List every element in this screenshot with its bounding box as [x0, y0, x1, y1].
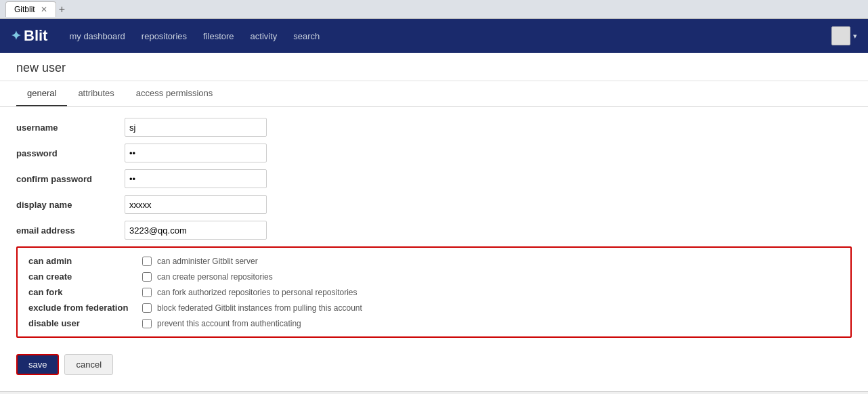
- display-name-input[interactable]: [125, 195, 267, 214]
- username-label: username: [16, 123, 125, 133]
- navbar: ✦ Blit my dashboard repositories filesto…: [0, 19, 868, 53]
- email-address-row: email address: [16, 221, 852, 240]
- save-button[interactable]: save: [16, 354, 59, 375]
- status-bar: Done: [0, 391, 868, 394]
- page-title: new user: [16, 61, 852, 75]
- nav-my-dashboard[interactable]: my dashboard: [69, 31, 125, 41]
- email-address-label: email address: [16, 225, 125, 236]
- browser-tab[interactable]: Gitblit ✕: [5, 1, 56, 17]
- tab-close-icon[interactable]: ✕: [41, 5, 47, 14]
- email-address-input[interactable]: [125, 221, 267, 240]
- perm-disable-user-row: disable user prevent this account from a…: [28, 318, 840, 328]
- perm-can-fork-desc: can fork authorized repositories to pers…: [157, 288, 357, 297]
- confirm-password-row: confirm password: [16, 169, 852, 188]
- tab-general[interactable]: general: [16, 81, 67, 106]
- perm-can-create-label: can create: [28, 271, 137, 282]
- perm-exclude-federation-row: exclude from federation block federated …: [28, 303, 840, 313]
- perm-can-create-row: can create can create personal repositor…: [28, 271, 840, 282]
- display-name-label: display name: [16, 200, 125, 210]
- username-row: username: [16, 118, 852, 137]
- perm-disable-user-checkbox[interactable]: [142, 319, 152, 328]
- brand-icon: ✦: [11, 28, 21, 43]
- cancel-button[interactable]: cancel: [64, 354, 113, 375]
- perm-can-fork-label: can fork: [28, 287, 137, 297]
- new-tab-button[interactable]: +: [59, 3, 65, 16]
- perm-can-fork-row: can fork can fork authorized repositorie…: [28, 287, 840, 297]
- password-row: password: [16, 144, 852, 162]
- nav-activity[interactable]: activity: [251, 31, 278, 41]
- confirm-password-input[interactable]: [125, 169, 267, 188]
- perm-exclude-federation-checkbox[interactable]: [142, 303, 152, 313]
- perm-can-fork-checkbox[interactable]: [142, 288, 152, 297]
- perm-can-admin-desc: can administer Gitblit server: [157, 257, 258, 266]
- page-wrapper: new user general attributes access permi…: [0, 53, 868, 391]
- perm-can-admin-checkbox[interactable]: [142, 257, 152, 266]
- user-menu[interactable]: ▾: [831, 26, 857, 45]
- password-input[interactable]: [125, 144, 267, 162]
- navbar-links: my dashboard repositories filestore acti…: [69, 31, 831, 41]
- chevron-down-icon: ▾: [853, 32, 857, 41]
- perm-disable-user-desc: prevent this account from authenticating: [157, 319, 301, 328]
- perm-exclude-federation-label: exclude from federation: [28, 303, 137, 313]
- nav-filestore[interactable]: filestore: [203, 31, 234, 41]
- brand-name: Blit: [24, 27, 47, 45]
- tab-attributes[interactable]: attributes: [67, 81, 125, 106]
- page-header: new user: [0, 53, 868, 81]
- avatar: [831, 26, 850, 45]
- perm-can-create-checkbox[interactable]: [142, 272, 152, 282]
- nav-repositories[interactable]: repositories: [142, 31, 187, 41]
- tab-bar: general attributes access permissions: [0, 81, 868, 107]
- display-name-row: display name: [16, 195, 852, 214]
- browser-bar: Gitblit ✕ +: [0, 0, 868, 19]
- tab-label: Gitblit: [14, 5, 35, 14]
- password-label: password: [16, 148, 125, 158]
- perm-can-admin-label: can admin: [28, 256, 137, 266]
- username-input[interactable]: [125, 118, 267, 137]
- tab-access-permissions[interactable]: access permissions: [125, 81, 223, 106]
- perm-disable-user-label: disable user: [28, 318, 137, 328]
- confirm-password-label: confirm password: [16, 174, 125, 184]
- nav-search[interactable]: search: [293, 31, 320, 41]
- form-area: username password confirm password displ…: [0, 107, 868, 391]
- perm-can-create-desc: can create personal repositories: [157, 272, 273, 282]
- perm-exclude-federation-desc: block federated Gitblit instances from p…: [157, 303, 362, 313]
- brand-logo[interactable]: ✦ Blit: [11, 27, 47, 45]
- button-row: save cancel: [16, 349, 852, 380]
- permissions-box: can admin can administer Gitblit server …: [16, 246, 852, 338]
- perm-can-admin-row: can admin can administer Gitblit server: [28, 256, 840, 266]
